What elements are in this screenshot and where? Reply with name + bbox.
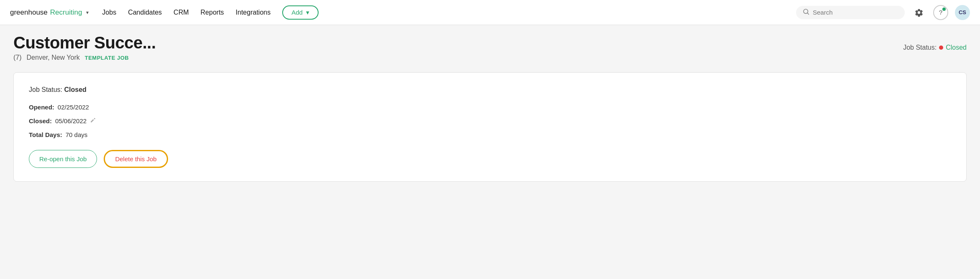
job-location: Denver, New York (27, 54, 80, 61)
nav-integrations[interactable]: Integrations (236, 9, 271, 16)
opened-date: 02/25/2022 (58, 104, 89, 111)
opened-label: Opened: (29, 104, 54, 111)
page-header: Customer Succe... (7) Denver, New York T… (0, 25, 980, 66)
candidate-count: (7) (13, 54, 22, 61)
nav-crm[interactable]: CRM (174, 9, 189, 16)
brand-name-suffix: Recruiting (50, 8, 82, 17)
job-meta: (7) Denver, New York TEMPLATE JOB (13, 54, 156, 61)
reopen-job-button[interactable]: Re-open this Job (29, 150, 97, 168)
search-icon (803, 8, 809, 17)
status-dot (939, 46, 943, 50)
header-left: Customer Succe... (7) Denver, New York T… (13, 33, 156, 61)
status-value-header: Closed (946, 44, 967, 51)
closed-date: 05/06/2022 (55, 117, 87, 124)
search-container (796, 6, 905, 19)
notification-badge (942, 8, 946, 11)
add-button[interactable]: Add ▾ (282, 5, 319, 20)
card-status-value: Closed (64, 86, 87, 93)
delete-job-button[interactable]: Delete this Job (104, 150, 168, 168)
card-status-row: Job Status: Closed (29, 86, 951, 94)
closed-label: Closed: (29, 117, 52, 124)
help-button[interactable]: ? (933, 5, 948, 20)
nav-links: Jobs Candidates CRM Reports Integrations… (102, 5, 783, 20)
brand-name-prefix: greenhouse (10, 8, 48, 17)
navbar-right: ? CS (796, 5, 970, 20)
svg-line-1 (807, 13, 809, 14)
card-actions: Re-open this Job Delete this Job (29, 150, 951, 168)
job-details-card: Job Status: Closed Opened: 02/25/2022 Cl… (13, 72, 967, 182)
nav-candidates[interactable]: Candidates (128, 9, 162, 16)
content-area: Job Status: Closed Opened: 02/25/2022 Cl… (0, 66, 980, 195)
nav-jobs[interactable]: Jobs (102, 9, 116, 16)
settings-button[interactable] (911, 5, 926, 20)
job-status-header: Job Status: Closed (903, 44, 967, 51)
total-days-value: 70 days (66, 131, 88, 138)
opened-field: Opened: 02/25/2022 (29, 104, 951, 111)
edit-closed-date-icon[interactable] (90, 117, 96, 124)
brand-logo[interactable]: greenhouse Recruiting ▾ (10, 8, 89, 17)
search-input[interactable] (813, 9, 898, 16)
brand-chevron: ▾ (86, 10, 89, 15)
job-title: Customer Succe... (13, 33, 156, 52)
avatar-button[interactable]: CS (955, 5, 970, 20)
template-badge: TEMPLATE JOB (85, 55, 129, 61)
total-days-field: Total Days: 70 days (29, 131, 951, 138)
job-status-label-header: Job Status: (903, 44, 937, 51)
navbar: greenhouse Recruiting ▾ Jobs Candidates … (0, 0, 980, 25)
card-status-label: Job Status: (29, 86, 62, 93)
closed-field: Closed: 05/06/2022 (29, 117, 951, 124)
total-days-label: Total Days: (29, 131, 62, 138)
nav-reports[interactable]: Reports (201, 9, 224, 16)
